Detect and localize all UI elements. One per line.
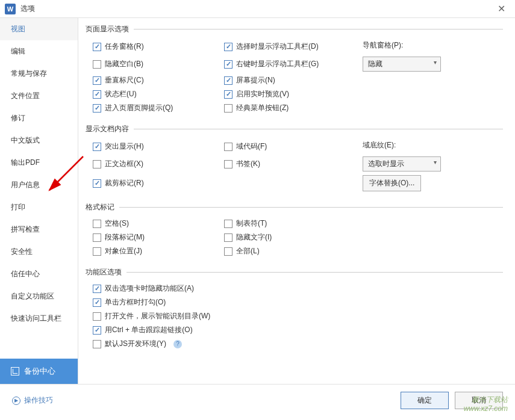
section-legend: 显示文档内容 <box>86 124 134 134</box>
sidebar-item-chinese-layout[interactable]: 中文版式 <box>0 129 78 152</box>
checkbox-dblclick-hide-ribbon[interactable]: 双击选项卡时隐藏功能区(A) <box>93 283 194 294</box>
ok-button[interactable]: 确定 <box>401 392 449 409</box>
checkbox-default-js-env[interactable]: 默认JS开发环境(Y)? <box>93 339 182 349</box>
section-legend: 页面显示选项 <box>86 24 134 34</box>
check-icon <box>224 220 233 228</box>
check-icon <box>224 76 233 85</box>
checkbox-task-pane[interactable]: 任务窗格(R) <box>93 42 144 52</box>
sidebar-item-security[interactable]: 安全性 <box>0 241 78 263</box>
cancel-button[interactable]: 取消 <box>455 392 503 409</box>
sidebar-items: 视图 编辑 常规与保存 文件位置 修订 中文版式 输出PDF 用户信息 打印 拼… <box>0 18 78 359</box>
check-icon <box>93 143 101 151</box>
nav-pane-dropdown[interactable]: 隐藏 <box>363 57 441 72</box>
checkbox-live-preview[interactable]: 启用实时预览(V) <box>224 89 289 99</box>
check-icon <box>93 179 101 188</box>
field-shading-label: 域底纹(E): <box>363 140 396 150</box>
tips-label: 操作技巧 <box>24 395 53 406</box>
check-icon <box>93 233 101 242</box>
help-icon[interactable]: ? <box>173 340 182 348</box>
titlebar: W 选项 ✕ <box>0 0 515 18</box>
sidebar-item-customize-ribbon[interactable]: 自定义功能区 <box>0 285 78 307</box>
checkbox-all[interactable]: 全部(L) <box>224 246 260 256</box>
checkbox-open-smart-toc[interactable]: 打开文件，展示智能识别目录(W) <box>93 311 210 321</box>
sidebar-item-general-save[interactable]: 常规与保存 <box>0 63 78 85</box>
footer: ▶ 操作技巧 确定 取消 极光下载站 www.xz7.com <box>0 384 515 416</box>
check-icon <box>93 160 101 168</box>
check-icon <box>93 220 101 228</box>
checkbox-hidden-text[interactable]: 隐藏文字(I) <box>224 232 272 242</box>
section-page-display: 页面显示选项 任务窗格(R) 选择时显示浮动工具栏(D) 导航窗格(P): 隐藏… <box>86 24 503 117</box>
check-icon <box>224 233 233 242</box>
backup-center-button[interactable]: 备份中心 <box>0 359 78 384</box>
checkbox-ctrl-click-hyperlink[interactable]: 用Ctrl + 单击跟踪超链接(O) <box>93 325 193 335</box>
sidebar-item-trust-center[interactable]: 信任中心 <box>0 263 78 285</box>
window-title: 选项 <box>20 4 492 14</box>
checkbox-vertical-ruler[interactable]: 垂直标尺(C) <box>93 75 144 85</box>
checkbox-object-anchors[interactable]: 对象位置(J) <box>93 246 142 256</box>
check-icon <box>224 160 233 168</box>
field-shading-dropdown[interactable]: 选取时显示 <box>363 156 441 171</box>
check-icon <box>93 43 101 51</box>
checkbox-crop-marks[interactable]: 裁剪标记(R) <box>93 178 144 188</box>
check-icon <box>224 247 233 256</box>
checkbox-float-toolbar-rightclick[interactable]: 右键时显示浮动工具栏(G) <box>224 59 319 69</box>
check-icon <box>224 104 233 113</box>
font-substitution-button[interactable]: 字体替换(O)... <box>363 175 421 191</box>
check-icon <box>93 60 101 69</box>
checkbox-screentips[interactable]: 屏幕提示(N) <box>224 75 275 85</box>
check-icon <box>93 247 101 256</box>
backup-center-label: 备份中心 <box>24 366 55 377</box>
sidebar-item-revision[interactable]: 修订 <box>0 107 78 129</box>
checkbox-paragraph-marks[interactable]: 段落标记(M) <box>93 232 145 242</box>
checkbox-hide-blank[interactable]: 隐藏空白(B) <box>93 59 143 69</box>
sidebar: 视图 编辑 常规与保存 文件位置 修订 中文版式 输出PDF 用户信息 打印 拼… <box>0 18 78 384</box>
checkbox-tabs[interactable]: 制表符(T) <box>224 218 267 229</box>
tips-link[interactable]: ▶ 操作技巧 <box>12 395 53 406</box>
content-panel: 页面显示选项 任务窗格(R) 选择时显示浮动工具栏(D) 导航窗格(P): 隐藏… <box>78 18 515 384</box>
check-icon <box>93 76 101 85</box>
main: 视图 编辑 常规与保存 文件位置 修订 中文版式 输出PDF 用户信息 打印 拼… <box>0 18 515 384</box>
app-icon: W <box>5 4 16 14</box>
checkbox-classic-menu[interactable]: 经典菜单按钮(Z) <box>224 103 289 113</box>
sidebar-item-print[interactable]: 打印 <box>0 196 78 218</box>
sidebar-item-edit[interactable]: 编辑 <box>0 40 78 63</box>
sidebar-item-view[interactable]: 视图 <box>0 18 78 40</box>
check-icon <box>93 104 101 113</box>
check-icon <box>93 298 101 307</box>
sidebar-item-quick-access[interactable]: 快速访问工具栏 <box>0 307 78 330</box>
sidebar-item-user-info[interactable]: 用户信息 <box>0 174 78 196</box>
checkbox-click-box-check[interactable]: 单击方框时打勾(O) <box>93 297 166 307</box>
nav-pane-label: 导航窗格(P): <box>363 40 403 51</box>
check-icon <box>93 340 101 348</box>
check-icon <box>93 285 101 293</box>
checkbox-spaces[interactable]: 空格(S) <box>93 218 129 229</box>
section-legend: 功能区选项 <box>86 267 126 277</box>
section-ribbon-options: 功能区选项 双击选项卡时隐藏功能区(A) 单击方框时打勾(O) 打开文件，展示智… <box>86 267 503 353</box>
checkbox-status-bar[interactable]: 状态栏(U) <box>93 89 137 99</box>
check-icon <box>93 326 101 335</box>
check-icon <box>93 312 101 321</box>
backup-icon <box>11 367 19 375</box>
check-icon <box>224 90 233 99</box>
section-doc-content: 显示文档内容 突出显示(H) 域代码(F) 域底纹(E): 正文边框(X) 书签… <box>86 124 503 195</box>
checkbox-text-border[interactable]: 正文边框(X) <box>93 159 143 169</box>
checkbox-field-codes[interactable]: 域代码(F) <box>224 141 267 152</box>
sidebar-item-output-pdf[interactable]: 输出PDF <box>0 152 78 174</box>
checkbox-float-toolbar-select[interactable]: 选择时显示浮动工具栏(D) <box>224 42 319 52</box>
checkbox-header-footer-hint[interactable]: 进入页眉页脚提示(Q) <box>93 103 173 113</box>
check-icon <box>224 143 233 151</box>
section-format-marks: 格式标记 空格(S) 制表符(T) 段落标记(M) 隐藏文字(I) 对象位置(J… <box>86 202 503 260</box>
check-icon <box>93 90 101 99</box>
close-button[interactable]: ✕ <box>492 0 510 18</box>
tips-icon: ▶ <box>12 397 20 405</box>
sidebar-item-spellcheck[interactable]: 拼写检查 <box>0 218 78 241</box>
checkbox-highlight[interactable]: 突出显示(H) <box>93 141 144 152</box>
section-legend: 格式标记 <box>86 202 119 212</box>
checkbox-bookmark[interactable]: 书签(K) <box>224 159 260 169</box>
check-icon <box>224 60 233 69</box>
check-icon <box>224 43 233 51</box>
sidebar-item-file-location[interactable]: 文件位置 <box>0 85 78 107</box>
